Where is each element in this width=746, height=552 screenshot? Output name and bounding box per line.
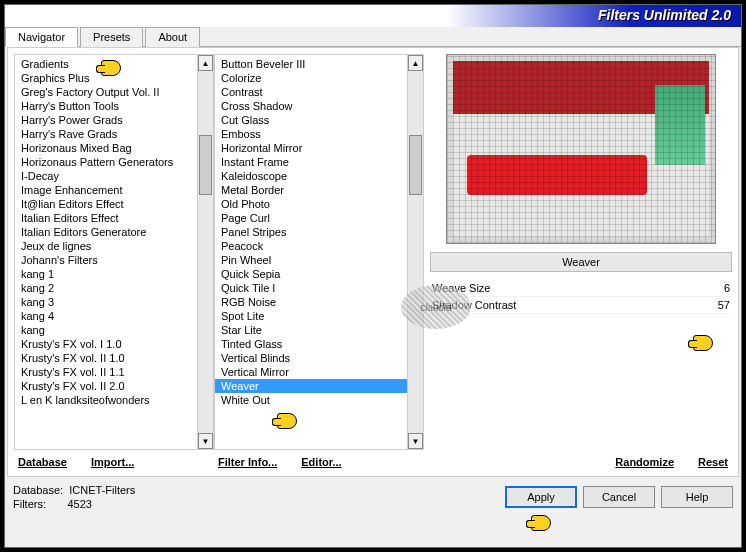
param-value: 6 [724, 282, 730, 294]
list-item[interactable]: Page Curl [215, 211, 407, 225]
filterinfo-link[interactable]: Filter Info... [218, 456, 277, 468]
list-item[interactable]: Image Enhancement [15, 183, 197, 197]
list-item[interactable]: Italian Editors Effect [15, 211, 197, 225]
scroll-thumb[interactable] [409, 135, 422, 195]
scroll-down-icon[interactable]: ▼ [408, 433, 423, 449]
category-list[interactable]: GradientsGraphics PlusGreg's Factory Out… [15, 55, 197, 449]
list-item[interactable]: Jeux de lignes [15, 239, 197, 253]
preview-column: Weaver Weave Size6Shadow Contrast57 Rand… [424, 54, 732, 470]
list-item[interactable]: kang 3 [15, 295, 197, 309]
list-item[interactable]: Metal Border [215, 183, 407, 197]
list-item[interactable]: Weaver [215, 379, 407, 393]
list-item[interactable]: White Out [215, 393, 407, 407]
cancel-button[interactable]: Cancel [583, 486, 655, 508]
category-links: Database Import... [14, 450, 214, 470]
category-list-box: GradientsGraphics PlusGreg's Factory Out… [14, 54, 214, 450]
list-item[interactable]: Cross Shadow [215, 99, 407, 113]
category-scrollbar[interactable]: ▲ ▼ [197, 55, 213, 449]
list-item[interactable]: Italian Editors Generatore [15, 225, 197, 239]
main-panel: GradientsGraphics PlusGreg's Factory Out… [7, 47, 739, 477]
list-item[interactable]: Button Beveler III [215, 57, 407, 71]
scroll-up-icon[interactable]: ▲ [408, 55, 423, 71]
database-label: Database: [13, 484, 63, 496]
titlebar: Filters Unlimited 2.0 [5, 5, 741, 27]
current-filter-name: Weaver [430, 252, 732, 272]
list-item[interactable]: Emboss [215, 127, 407, 141]
list-item[interactable]: Kaleidoscope [215, 169, 407, 183]
footer-buttons: Apply Cancel Help [505, 486, 733, 508]
param-row[interactable]: Weave Size6 [432, 280, 730, 297]
list-item[interactable]: Gradients [15, 57, 197, 71]
help-button[interactable]: Help [661, 486, 733, 508]
editor-link[interactable]: Editor... [301, 456, 341, 468]
scroll-up-icon[interactable]: ▲ [198, 55, 213, 71]
filter-links: Filter Info... Editor... [214, 450, 424, 470]
list-item[interactable]: Greg's Factory Output Vol. II [15, 85, 197, 99]
filters-count: 4523 [67, 498, 91, 510]
filter-list-box: Button Beveler IIIColorizeContrastCross … [214, 54, 424, 450]
list-item[interactable]: Contrast [215, 85, 407, 99]
param-row[interactable]: Shadow Contrast57 [432, 297, 730, 314]
list-item[interactable]: Cut Glass [215, 113, 407, 127]
list-item[interactable]: I-Decay [15, 169, 197, 183]
list-item[interactable]: Harry's Power Grads [15, 113, 197, 127]
list-item[interactable]: It@lian Editors Effect [15, 197, 197, 211]
list-item[interactable]: Horizonaus Mixed Bag [15, 141, 197, 155]
footer: Database: ICNET-Filters Filters: 4523 Ap… [5, 477, 741, 517]
list-item[interactable]: Quick Tile I [215, 281, 407, 295]
apply-button[interactable]: Apply [505, 486, 577, 508]
dialog-title: Filters Unlimited 2.0 [598, 7, 731, 23]
database-value: ICNET-Filters [69, 484, 135, 496]
list-item[interactable]: Instant Frame [215, 155, 407, 169]
list-item[interactable]: Krusty's FX vol. I 1.0 [15, 337, 197, 351]
list-item[interactable]: Spot Lite [215, 309, 407, 323]
reset-link[interactable]: Reset [698, 456, 728, 468]
list-item[interactable]: Krusty's FX vol. II 1.0 [15, 351, 197, 365]
list-item[interactable]: kang 1 [15, 267, 197, 281]
list-item[interactable]: Vertical Blinds [215, 351, 407, 365]
preview-image[interactable] [446, 54, 716, 244]
list-item[interactable]: Quick Sepia [215, 267, 407, 281]
parameter-panel: Weave Size6Shadow Contrast57 [430, 276, 732, 318]
category-column: GradientsGraphics PlusGreg's Factory Out… [14, 54, 214, 470]
list-item[interactable]: Krusty's FX vol. II 1.1 [15, 365, 197, 379]
list-item[interactable]: L en K landksiteofwonders [15, 393, 197, 407]
scroll-thumb[interactable] [199, 135, 212, 195]
preview-weave-overlay [447, 55, 715, 243]
list-item[interactable]: Horizonaus Pattern Generators [15, 155, 197, 169]
dialog-window: Filters Unlimited 2.0 Navigator Presets … [4, 4, 742, 548]
filter-scrollbar[interactable]: ▲ ▼ [407, 55, 423, 449]
list-item[interactable]: Vertical Mirror [215, 365, 407, 379]
list-item[interactable]: Krusty's FX vol. II 2.0 [15, 379, 197, 393]
tab-about[interactable]: About [145, 27, 200, 47]
database-link[interactable]: Database [18, 456, 67, 468]
footer-info: Database: ICNET-Filters Filters: 4523 [13, 483, 135, 511]
tab-navigator[interactable]: Navigator [5, 27, 78, 47]
list-item[interactable]: Old Photo [215, 197, 407, 211]
list-item[interactable]: kang 2 [15, 281, 197, 295]
filter-list[interactable]: Button Beveler IIIColorizeContrastCross … [215, 55, 407, 449]
randomize-link[interactable]: Randomize [615, 456, 674, 468]
list-item[interactable]: Pin Wheel [215, 253, 407, 267]
list-item[interactable]: Peacock [215, 239, 407, 253]
list-item[interactable]: Star Lite [215, 323, 407, 337]
list-item[interactable]: Panel Stripes [215, 225, 407, 239]
list-item[interactable]: Johann's Filters [15, 253, 197, 267]
import-link[interactable]: Import... [91, 456, 134, 468]
param-value: 57 [718, 299, 730, 311]
watermark-icon: claudia [401, 285, 471, 329]
list-item[interactable]: kang [15, 323, 197, 337]
list-item[interactable]: Harry's Rave Grads [15, 127, 197, 141]
list-item[interactable]: Horizontal Mirror [215, 141, 407, 155]
scroll-down-icon[interactable]: ▼ [198, 433, 213, 449]
list-item[interactable]: Tinted Glass [215, 337, 407, 351]
filter-column: Button Beveler IIIColorizeContrastCross … [214, 54, 424, 470]
list-item[interactable]: Harry's Button Tools [15, 99, 197, 113]
pointer-hand-icon [531, 515, 559, 537]
tab-presets[interactable]: Presets [80, 27, 143, 47]
filters-label: Filters: [13, 498, 46, 510]
list-item[interactable]: RGB Noise [215, 295, 407, 309]
list-item[interactable]: kang 4 [15, 309, 197, 323]
list-item[interactable]: Colorize [215, 71, 407, 85]
list-item[interactable]: Graphics Plus [15, 71, 197, 85]
